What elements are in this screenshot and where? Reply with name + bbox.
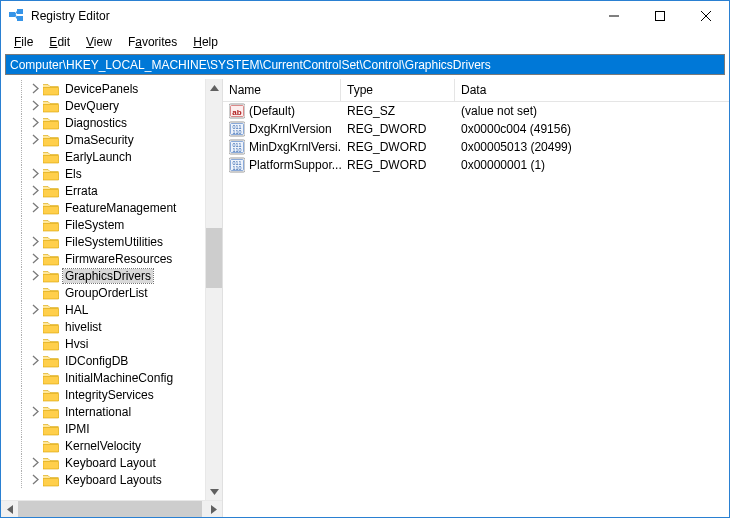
tree-line	[21, 301, 25, 318]
scroll-right-button[interactable]	[205, 501, 222, 518]
tree-vertical-scrollbar[interactable]	[205, 79, 222, 500]
chevron-right-icon[interactable]	[29, 439, 42, 452]
tree-item[interactable]: IDConfigDB	[1, 352, 205, 369]
chevron-right-icon[interactable]	[29, 184, 42, 197]
tree-item[interactable]: FileSystemUtilities	[1, 233, 205, 250]
tree-item[interactable]: InitialMachineConfig	[1, 369, 205, 386]
tree-item-label: InitialMachineConfig	[63, 371, 175, 385]
chevron-right-icon[interactable]	[29, 286, 42, 299]
close-button[interactable]	[683, 1, 729, 31]
folder-icon	[43, 167, 59, 181]
tree-item[interactable]: DevQuery	[1, 97, 205, 114]
chevron-right-icon[interactable]	[29, 456, 42, 469]
tree[interactable]: DevicePanelsDevQueryDiagnosticsDmaSecuri…	[1, 79, 205, 500]
tree-item[interactable]: Keyboard Layouts	[1, 471, 205, 488]
list-row[interactable]: MinDxgKrnlVersi...REG_DWORD0x00005013 (2…	[223, 138, 729, 156]
chevron-right-icon[interactable]	[29, 337, 42, 350]
tree-item[interactable]: Els	[1, 165, 205, 182]
column-data[interactable]: Data	[455, 79, 729, 101]
chevron-right-icon[interactable]	[29, 133, 42, 146]
folder-icon	[43, 201, 59, 215]
tree-line	[21, 386, 25, 403]
menu-help[interactable]: Help	[186, 33, 225, 51]
tree-line	[21, 284, 25, 301]
tree-item[interactable]: IPMI	[1, 420, 205, 437]
chevron-right-icon[interactable]	[29, 252, 42, 265]
chevron-right-icon[interactable]	[29, 422, 42, 435]
chevron-right-icon[interactable]	[29, 82, 42, 95]
tree-item[interactable]: HAL	[1, 301, 205, 318]
tree-item[interactable]: GroupOrderList	[1, 284, 205, 301]
chevron-right-icon[interactable]	[29, 405, 42, 418]
tree-line	[21, 131, 25, 148]
column-name[interactable]: Name	[223, 79, 341, 101]
tree-item-label: Errata	[63, 184, 100, 198]
tree-item[interactable]: DmaSecurity	[1, 131, 205, 148]
minimize-button[interactable]	[591, 1, 637, 31]
list-row[interactable]: (Default)REG_SZ(value not set)	[223, 102, 729, 120]
chevron-right-icon[interactable]	[29, 201, 42, 214]
scroll-track[interactable]	[206, 96, 223, 483]
tree-line	[21, 250, 25, 267]
chevron-right-icon[interactable]	[29, 116, 42, 129]
chevron-right-icon[interactable]	[29, 354, 42, 367]
menu-favorites[interactable]: Favorites	[121, 33, 184, 51]
maximize-button[interactable]	[637, 1, 683, 31]
scroll-thumb-h[interactable]	[18, 501, 202, 517]
folder-icon	[43, 337, 59, 351]
tree-item-label: KernelVelocity	[63, 439, 143, 453]
tree-item[interactable]: International	[1, 403, 205, 420]
tree-item-label: EarlyLaunch	[63, 150, 134, 164]
chevron-right-icon[interactable]	[29, 269, 42, 282]
scroll-up-button[interactable]	[206, 79, 223, 96]
chevron-right-icon[interactable]	[29, 371, 42, 384]
chevron-right-icon[interactable]	[29, 303, 42, 316]
column-type[interactable]: Type	[341, 79, 455, 101]
tree-line	[21, 199, 25, 216]
app-icon	[8, 8, 24, 24]
tree-item-label: GroupOrderList	[63, 286, 150, 300]
scroll-down-button[interactable]	[206, 483, 223, 500]
chevron-right-icon[interactable]	[29, 218, 42, 231]
chevron-right-icon[interactable]	[29, 473, 42, 486]
list-row[interactable]: PlatformSuppor...REG_DWORD0x00000001 (1)	[223, 156, 729, 174]
tree-item[interactable]: DevicePanels	[1, 80, 205, 97]
chevron-right-icon[interactable]	[29, 167, 42, 180]
tree-item[interactable]: Diagnostics	[1, 114, 205, 131]
menu-file[interactable]: File	[7, 33, 40, 51]
tree-line	[21, 182, 25, 199]
chevron-right-icon[interactable]	[29, 150, 42, 163]
tree-item[interactable]: FirmwareResources	[1, 250, 205, 267]
tree-item[interactable]: hivelist	[1, 318, 205, 335]
tree-item[interactable]: FileSystem	[1, 216, 205, 233]
chevron-right-icon[interactable]	[29, 320, 42, 333]
tree-item[interactable]: Errata	[1, 182, 205, 199]
folder-icon	[43, 116, 59, 130]
chevron-right-icon[interactable]	[29, 235, 42, 248]
value-name: (Default)	[249, 104, 295, 118]
tree-horizontal-scrollbar[interactable]	[1, 500, 222, 517]
tree-item[interactable]: Keyboard Layout	[1, 454, 205, 471]
scroll-left-button[interactable]	[1, 501, 18, 518]
tree-item[interactable]: GraphicsDrivers	[1, 267, 205, 284]
svg-rect-10	[656, 12, 665, 21]
tree-item[interactable]: KernelVelocity	[1, 437, 205, 454]
scroll-thumb[interactable]	[206, 228, 223, 288]
menu-edit[interactable]: Edit	[42, 33, 77, 51]
folder-icon	[43, 252, 59, 266]
tree-item[interactable]: IntegrityServices	[1, 386, 205, 403]
tree-line	[21, 369, 25, 386]
tree-item[interactable]: EarlyLaunch	[1, 148, 205, 165]
list-body[interactable]: (Default)REG_SZ(value not set)DxgKrnlVer…	[223, 102, 729, 517]
chevron-right-icon[interactable]	[29, 99, 42, 112]
tree-item[interactable]: Hvsi	[1, 335, 205, 352]
address-bar[interactable]: Computer\HKEY_LOCAL_MACHINE\SYSTEM\Curre…	[5, 54, 725, 75]
chevron-right-icon[interactable]	[29, 388, 42, 401]
menu-view[interactable]: View	[79, 33, 119, 51]
folder-icon	[43, 235, 59, 249]
tree-line	[21, 437, 25, 454]
list-row[interactable]: DxgKrnlVersionREG_DWORD0x0000c004 (49156…	[223, 120, 729, 138]
folder-icon	[43, 218, 59, 232]
folder-icon	[43, 371, 59, 385]
tree-item[interactable]: FeatureManagement	[1, 199, 205, 216]
